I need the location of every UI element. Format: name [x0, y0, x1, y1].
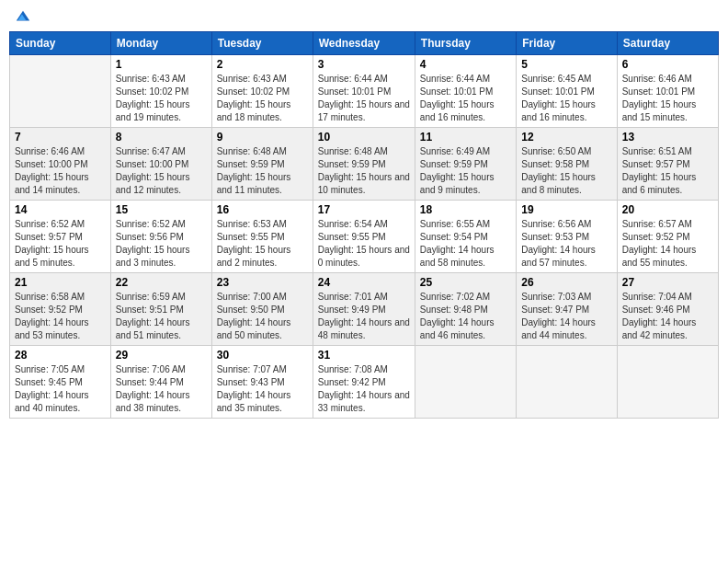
calendar-day-cell: 5Sunrise: 6:45 AMSunset: 10:01 PMDayligh… [517, 55, 617, 128]
day-number: 7 [15, 131, 106, 144]
day-info: Sunrise: 7:05 AMSunset: 9:45 PMDaylight:… [15, 363, 106, 415]
day-number: 22 [116, 276, 207, 289]
day-number: 19 [521, 203, 611, 216]
calendar-day-cell: 17Sunrise: 6:54 AMSunset: 9:55 PMDayligh… [313, 201, 415, 273]
calendar-table: SundayMondayTuesdayWednesdayThursdayFrid… [9, 31, 719, 419]
day-number: 2 [217, 58, 308, 71]
day-info: Sunrise: 6:59 AMSunset: 9:51 PMDaylight:… [116, 291, 207, 342]
day-number: 3 [318, 58, 410, 71]
calendar-day-cell: 30Sunrise: 7:07 AMSunset: 9:43 PMDayligh… [211, 346, 313, 419]
day-info: Sunrise: 7:04 AMSunset: 9:46 PMDaylight:… [622, 291, 713, 342]
calendar-week-row: 28Sunrise: 7:05 AMSunset: 9:45 PMDayligh… [10, 346, 719, 419]
calendar-day-cell: 24Sunrise: 7:01 AMSunset: 9:49 PMDayligh… [313, 273, 415, 346]
calendar-day-cell: 20Sunrise: 6:57 AMSunset: 9:52 PMDayligh… [617, 201, 718, 273]
calendar-day-cell: 13Sunrise: 6:51 AMSunset: 9:57 PMDayligh… [617, 128, 718, 201]
logo-icon [15, 9, 31, 26]
day-info: Sunrise: 6:43 AMSunset: 10:02 PMDaylight… [116, 73, 207, 124]
day-info: Sunrise: 6:48 AMSunset: 9:59 PMDaylight:… [217, 145, 308, 197]
day-number: 18 [420, 203, 511, 216]
calendar-day-cell [517, 346, 617, 419]
day-number: 8 [116, 131, 207, 144]
calendar-day-cell: 29Sunrise: 7:06 AMSunset: 9:44 PMDayligh… [110, 346, 211, 419]
day-info: Sunrise: 6:55 AMSunset: 9:54 PMDaylight:… [420, 218, 511, 270]
calendar-day-cell: 9Sunrise: 6:48 AMSunset: 9:59 PMDaylight… [211, 128, 313, 201]
weekday-header: Sunday [10, 32, 111, 55]
day-number: 12 [521, 131, 611, 144]
calendar-day-cell: 7Sunrise: 6:46 AMSunset: 10:00 PMDayligh… [10, 128, 111, 201]
calendar-week-row: 21Sunrise: 6:58 AMSunset: 9:52 PMDayligh… [10, 273, 719, 346]
day-info: Sunrise: 7:03 AMSunset: 9:47 PMDaylight:… [521, 291, 611, 342]
day-info: Sunrise: 7:06 AMSunset: 9:44 PMDaylight:… [116, 363, 207, 415]
calendar-day-cell: 4Sunrise: 6:44 AMSunset: 10:01 PMDayligh… [415, 55, 516, 128]
calendar-day-cell: 11Sunrise: 6:49 AMSunset: 9:59 PMDayligh… [415, 128, 516, 201]
calendar-day-cell: 16Sunrise: 6:53 AMSunset: 9:55 PMDayligh… [211, 201, 313, 273]
day-number: 6 [622, 58, 713, 71]
day-info: Sunrise: 6:54 AMSunset: 9:55 PMDaylight:… [318, 218, 410, 270]
day-number: 16 [217, 203, 308, 216]
weekday-header: Thursday [415, 32, 516, 55]
day-info: Sunrise: 6:52 AMSunset: 9:57 PMDaylight:… [15, 218, 106, 270]
day-number: 24 [318, 276, 410, 289]
day-number: 11 [420, 131, 511, 144]
day-number: 17 [318, 203, 410, 216]
calendar-day-cell: 2Sunrise: 6:43 AMSunset: 10:02 PMDayligh… [211, 55, 313, 128]
weekday-header: Wednesday [313, 32, 415, 55]
day-info: Sunrise: 6:51 AMSunset: 9:57 PMDaylight:… [622, 145, 713, 197]
calendar-day-cell: 12Sunrise: 6:50 AMSunset: 9:58 PMDayligh… [517, 128, 617, 201]
calendar-day-cell: 31Sunrise: 7:08 AMSunset: 9:42 PMDayligh… [313, 346, 415, 419]
calendar-day-cell: 6Sunrise: 6:46 AMSunset: 10:01 PMDayligh… [617, 55, 718, 128]
day-info: Sunrise: 6:46 AMSunset: 10:00 PMDaylight… [15, 145, 106, 197]
day-number: 27 [622, 276, 713, 289]
calendar-day-cell: 18Sunrise: 6:55 AMSunset: 9:54 PMDayligh… [415, 201, 516, 273]
day-number: 9 [217, 131, 308, 144]
day-number: 10 [318, 131, 410, 144]
day-number: 26 [521, 276, 611, 289]
day-number: 1 [116, 58, 207, 71]
weekday-header: Friday [517, 32, 617, 55]
day-info: Sunrise: 6:57 AMSunset: 9:52 PMDaylight:… [622, 218, 713, 270]
day-number: 31 [318, 349, 410, 362]
weekday-header: Saturday [617, 32, 718, 55]
day-info: Sunrise: 7:07 AMSunset: 9:43 PMDaylight:… [217, 363, 308, 415]
logo [13, 9, 31, 26]
day-number: 4 [420, 58, 511, 71]
calendar-day-cell: 28Sunrise: 7:05 AMSunset: 9:45 PMDayligh… [10, 346, 111, 419]
day-number: 29 [116, 349, 207, 362]
calendar-day-cell [415, 346, 516, 419]
day-info: Sunrise: 6:52 AMSunset: 9:56 PMDaylight:… [116, 218, 207, 270]
calendar-day-cell: 26Sunrise: 7:03 AMSunset: 9:47 PMDayligh… [517, 273, 617, 346]
calendar-header-row: SundayMondayTuesdayWednesdayThursdayFrid… [10, 32, 719, 55]
day-number: 15 [116, 203, 207, 216]
day-number: 30 [217, 349, 308, 362]
page-header [9, 9, 719, 26]
day-info: Sunrise: 6:49 AMSunset: 9:59 PMDaylight:… [420, 145, 511, 197]
day-number: 21 [15, 276, 106, 289]
day-number: 5 [521, 58, 611, 71]
calendar-day-cell: 10Sunrise: 6:48 AMSunset: 9:59 PMDayligh… [313, 128, 415, 201]
day-number: 20 [622, 203, 713, 216]
day-number: 23 [217, 276, 308, 289]
calendar-day-cell [617, 346, 718, 419]
calendar-day-cell: 1Sunrise: 6:43 AMSunset: 10:02 PMDayligh… [110, 55, 211, 128]
day-info: Sunrise: 6:58 AMSunset: 9:52 PMDaylight:… [15, 291, 106, 342]
calendar-day-cell: 25Sunrise: 7:02 AMSunset: 9:48 PMDayligh… [415, 273, 516, 346]
calendar-week-row: 1Sunrise: 6:43 AMSunset: 10:02 PMDayligh… [10, 55, 719, 128]
calendar-day-cell: 23Sunrise: 7:00 AMSunset: 9:50 PMDayligh… [211, 273, 313, 346]
day-info: Sunrise: 6:46 AMSunset: 10:01 PMDaylight… [622, 73, 713, 124]
day-info: Sunrise: 7:01 AMSunset: 9:49 PMDaylight:… [318, 291, 410, 342]
day-number: 28 [15, 349, 106, 362]
calendar-week-row: 14Sunrise: 6:52 AMSunset: 9:57 PMDayligh… [10, 201, 719, 273]
day-info: Sunrise: 7:08 AMSunset: 9:42 PMDaylight:… [318, 363, 410, 415]
calendar-day-cell: 21Sunrise: 6:58 AMSunset: 9:52 PMDayligh… [10, 273, 111, 346]
day-info: Sunrise: 6:44 AMSunset: 10:01 PMDaylight… [318, 73, 410, 124]
calendar-day-cell: 15Sunrise: 6:52 AMSunset: 9:56 PMDayligh… [110, 201, 211, 273]
day-info: Sunrise: 7:00 AMSunset: 9:50 PMDaylight:… [217, 291, 308, 342]
calendar-day-cell [10, 55, 111, 128]
day-number: 14 [15, 203, 106, 216]
day-info: Sunrise: 6:45 AMSunset: 10:01 PMDaylight… [521, 73, 611, 124]
day-number: 13 [622, 131, 713, 144]
calendar-week-row: 7Sunrise: 6:46 AMSunset: 10:00 PMDayligh… [10, 128, 719, 201]
day-number: 25 [420, 276, 511, 289]
weekday-header: Monday [110, 32, 211, 55]
calendar-day-cell: 22Sunrise: 6:59 AMSunset: 9:51 PMDayligh… [110, 273, 211, 346]
